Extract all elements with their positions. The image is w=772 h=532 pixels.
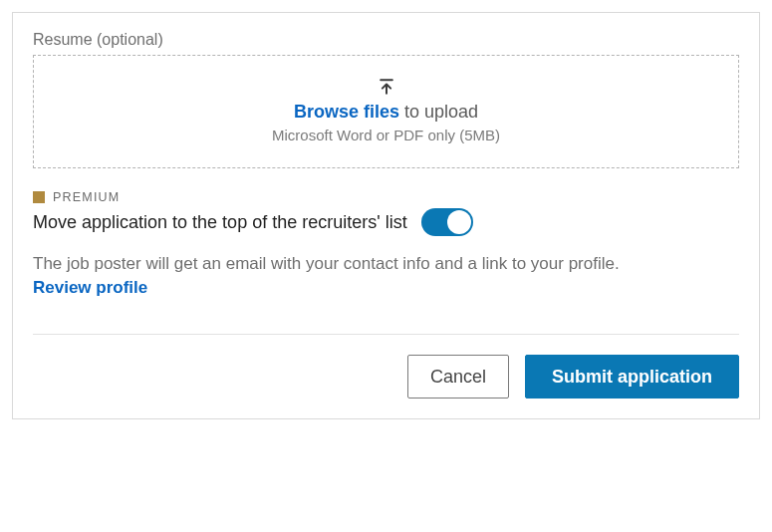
dropzone-hint: Microsoft Word or PDF only (5MB) xyxy=(44,127,728,143)
review-profile-link[interactable]: Review profile xyxy=(33,278,147,298)
dropzone-main-text: Browse files to upload xyxy=(44,102,728,123)
submit-application-button[interactable]: Submit application xyxy=(525,355,739,399)
premium-badge-row: PREMIUM xyxy=(33,190,739,204)
resume-section-label: Resume (optional) xyxy=(33,31,739,49)
cancel-button[interactable]: Cancel xyxy=(407,355,509,399)
browse-files-link[interactable]: Browse files xyxy=(294,102,399,122)
toggle-knob xyxy=(447,210,471,234)
upload-icon xyxy=(377,78,396,96)
premium-icon xyxy=(33,191,45,203)
upload-suffix: to upload xyxy=(399,102,478,122)
application-card: Resume (optional) Browse files to upload… xyxy=(12,12,760,419)
footer-actions: Cancel Submit application xyxy=(33,335,739,399)
premium-toggle[interactable] xyxy=(421,208,473,236)
premium-toggle-label: Move application to the top of the recru… xyxy=(33,212,407,233)
resume-dropzone[interactable]: Browse files to upload Microsoft Word or… xyxy=(33,55,739,168)
premium-toggle-row: Move application to the top of the recru… xyxy=(33,208,739,236)
poster-info-text: The job poster will get an email with yo… xyxy=(33,254,739,274)
premium-label: PREMIUM xyxy=(53,190,120,204)
